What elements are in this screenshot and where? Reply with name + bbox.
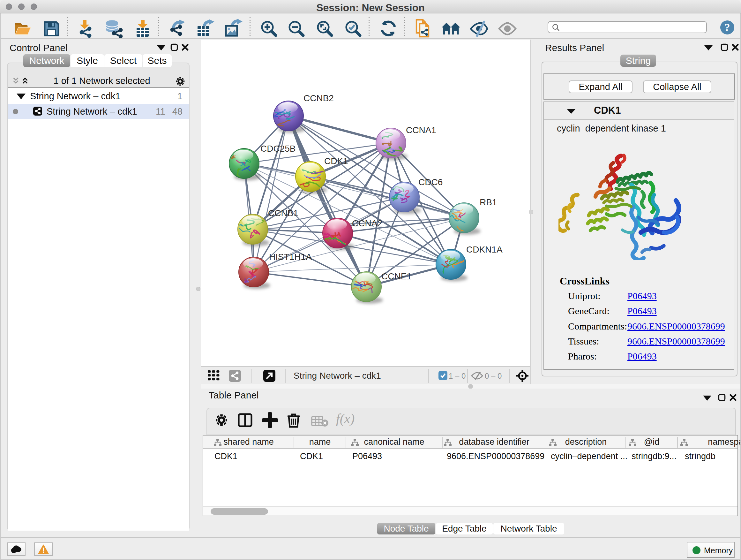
svg-text:CDC25B: CDC25B bbox=[260, 144, 295, 153]
svg-text:HIST1H1A: HIST1H1A bbox=[269, 252, 312, 262]
svg-text:RB1: RB1 bbox=[480, 197, 497, 207]
svg-text:CCNE1: CCNE1 bbox=[381, 271, 412, 281]
svg-text:CCNA2: CCNA2 bbox=[352, 219, 382, 228]
svg-text:CDKN1A: CDKN1A bbox=[466, 245, 502, 254]
svg-text:CCNB1: CCNB1 bbox=[268, 208, 298, 218]
svg-text:CCNA1: CCNA1 bbox=[406, 125, 436, 135]
svg-text:?: ? bbox=[725, 21, 730, 33]
svg-text:CCNB2: CCNB2 bbox=[304, 93, 334, 103]
svg-text:CDC6: CDC6 bbox=[418, 177, 443, 187]
svg-text:CDK1: CDK1 bbox=[324, 156, 348, 166]
